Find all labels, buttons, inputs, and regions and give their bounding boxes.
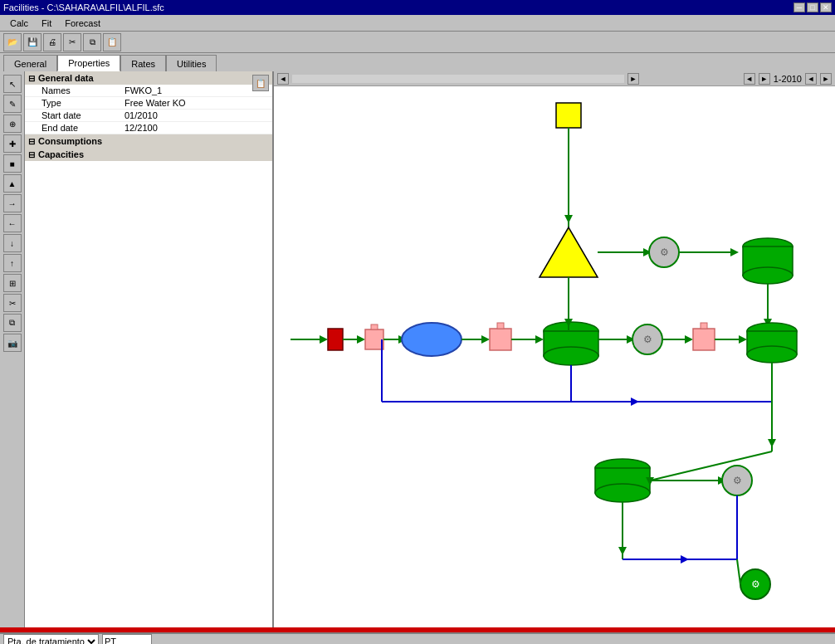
tool-cursor[interactable]: ↖	[3, 75, 22, 93]
toolbar-btn-3[interactable]: 🖨	[43, 33, 61, 51]
node-right-cyl-bottom	[747, 346, 797, 363]
tab-general[interactable]: General	[3, 55, 57, 71]
tool-square[interactable]: ■	[3, 154, 22, 173]
props-icon-btn[interactable]: 📋	[252, 75, 269, 91]
blue-arrow-bot	[681, 555, 689, 564]
period-prev-btn[interactable]: ◄	[744, 73, 755, 85]
node-green-cyl-top-bottom	[743, 267, 793, 284]
tool-arrow-left[interactable]: ←	[3, 214, 22, 232]
arrow-right-start	[320, 335, 328, 344]
scroll-controls-left: ◄ ►	[277, 73, 639, 85]
section-consumptions-header[interactable]: ⊟ Consumptions	[25, 134, 272, 148]
tool-arrow-right[interactable]: →	[3, 194, 22, 212]
menu-calc[interactable]: Calc	[3, 17, 35, 30]
arrow-right-3	[357, 335, 365, 344]
tool-camera[interactable]: 📷	[3, 334, 22, 352]
period-label: 1-2010	[774, 74, 802, 84]
scroll-left-btn[interactable]: ◄	[277, 73, 289, 85]
diagram-svg: ⚙	[274, 86, 830, 627]
menu-fit[interactable]: Fit	[35, 17, 58, 30]
menu-bar: Calc Fit Forecast	[0, 15, 835, 32]
node-pink-rect-3[interactable]	[693, 329, 715, 350]
arrow-right-5	[481, 335, 490, 344]
section-capacities-label: Capacities	[38, 149, 84, 159]
arrow-down-right-cyl	[768, 439, 776, 447]
tool-crosshair[interactable]: ✚	[3, 134, 22, 153]
prop-names: Names FWKO_1	[25, 85, 272, 97]
svg-rect-1	[371, 324, 378, 329]
toolbar-btn-4[interactable]: ✂	[63, 33, 81, 51]
toolbar-btn-5[interactable]: ⧉	[83, 33, 101, 51]
main-layout: ↖ ✎ ⊕ ✚ ■ ▲ → ← ↓ ↑ ⊞ ✂ ⧉ 📷 📋 ⊟ General …	[0, 71, 835, 627]
blue-arrow-right	[631, 398, 639, 406]
svg-text:⚙: ⚙	[643, 334, 652, 345]
tool-arrow-up[interactable]: ↑	[3, 254, 22, 272]
node-pink-rect-1[interactable]	[365, 329, 383, 349]
section-capacities-toggle: ⊟	[28, 150, 35, 159]
diagram-top-bar: ◄ ► ◄ ► 1-2010 ◄ ►	[274, 71, 835, 86]
arrow-right-2	[730, 248, 739, 256]
toolbar-btn-1[interactable]: 📂	[3, 33, 22, 51]
minimize-button[interactable]: ─	[793, 2, 805, 12]
line-to-bot-cyl	[650, 451, 772, 481]
node-main-cyl-bottom	[544, 347, 598, 365]
toolbar-btn-2[interactable]: 💾	[23, 33, 42, 51]
section-general-label: General data	[38, 73, 94, 83]
node-blue-ellipse[interactable]	[402, 323, 461, 356]
tool-edit[interactable]: ✎	[3, 95, 22, 113]
toolbar-btn-6[interactable]: 📋	[103, 33, 121, 51]
nav-next-btn[interactable]: ►	[820, 73, 832, 85]
node-triangle[interactable]	[540, 227, 598, 277]
prop-type-value: Free Water KO	[125, 98, 269, 108]
tool-copy[interactable]: ⧉	[3, 314, 22, 332]
left-toolbar: ↖ ✎ ⊕ ✚ ■ ▲ → ← ↓ ↑ ⊞ ✂ ⧉ 📷	[0, 71, 25, 627]
arrow-right-6	[535, 335, 544, 344]
prop-enddate-label: End date	[42, 123, 125, 133]
treatment-dropdown[interactable]: Pta. de tratamiento	[3, 634, 99, 644]
tool-cut[interactable]: ✂	[3, 294, 22, 312]
tool-triangle[interactable]: ▲	[3, 174, 22, 193]
period-next-btn[interactable]: ►	[759, 73, 770, 85]
properties-panel: 📋 ⊟ General data Names FWKO_1 Type Free …	[25, 71, 274, 627]
title-bar: Facilities - C:\SAHARA\ALFIL\ALFIL.sfc ─…	[0, 0, 835, 15]
prop-startdate-label: Start date	[42, 110, 125, 120]
toolbar: 📂 💾 🖨 ✂ ⧉ 📋	[0, 32, 835, 53]
node-pink-rect-2[interactable]	[490, 329, 511, 350]
tab-rates[interactable]: Rates	[120, 55, 166, 71]
prop-startdate: Start date 01/2010	[25, 110, 272, 122]
section-consumptions-label: Consumptions	[38, 136, 102, 146]
section-general-toggle: ⊟	[28, 74, 35, 83]
arrow-right-9	[739, 335, 747, 344]
prop-type-label: Type	[42, 98, 125, 108]
treatment-input[interactable]	[102, 634, 152, 644]
line-to-far-gear	[737, 559, 740, 584]
arrow-down-1	[564, 215, 573, 223]
arrow-down-bot	[618, 547, 627, 555]
svg-text:⚙: ⚙	[733, 475, 742, 486]
menu-forecast[interactable]: Forecast	[58, 17, 107, 30]
svg-rect-2	[497, 323, 504, 329]
svg-text:⚙: ⚙	[660, 246, 669, 258]
tool-arrow-down[interactable]: ↓	[3, 234, 22, 252]
section-general-header[interactable]: ⊟ General data	[25, 71, 272, 85]
nav-prev-btn[interactable]: ◄	[805, 73, 817, 85]
tab-properties[interactable]: Properties	[57, 55, 120, 71]
scroll-track-h	[292, 75, 624, 83]
diagram-canvas[interactable]: ⚙	[274, 86, 835, 627]
maximize-button[interactable]: □	[807, 2, 818, 12]
arrow-right-8	[685, 335, 693, 344]
svg-text:⚙: ⚙	[751, 578, 760, 590]
node-yellow-rect[interactable]	[556, 103, 581, 128]
window-controls: ─ □ ✕	[793, 2, 832, 12]
close-button[interactable]: ✕	[820, 2, 832, 12]
bottom-bar: Pta. de tratamiento	[0, 632, 835, 644]
section-capacities-header[interactable]: ⊟ Capacities	[25, 148, 272, 161]
prop-names-label: Names	[42, 85, 125, 95]
tool-zoom[interactable]: ⊕	[3, 115, 22, 133]
tool-grid[interactable]: ⊞	[3, 274, 22, 292]
node-red-valve[interactable]	[328, 329, 343, 350]
tabs-row: General Properties Rates Utilities	[0, 53, 835, 71]
prop-enddate: End date 12/2100	[25, 122, 272, 134]
scroll-right-btn[interactable]: ►	[627, 73, 639, 85]
tab-utilities[interactable]: Utilities	[166, 55, 217, 71]
